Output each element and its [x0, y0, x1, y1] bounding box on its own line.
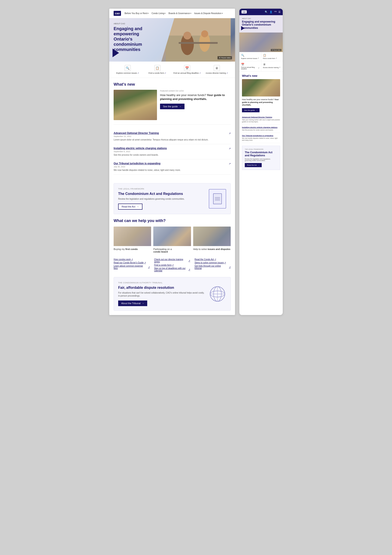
svg-rect-6	[179, 42, 218, 44]
pause-video-button[interactable]: ⏸ Pause video	[218, 56, 232, 59]
arrow-icon: ↗	[138, 72, 139, 74]
arrow-icon: ↗	[189, 260, 190, 262]
quick-link-explore[interactable]: 🔍 Explore common issues ↗	[114, 65, 142, 74]
arrow-icon: ↗	[172, 264, 174, 266]
arrow-icon: →	[179, 105, 181, 108]
mobile-news-title: Our Tribunal jurisdiction is expanding	[242, 135, 280, 137]
help-link-director-training[interactable]: Check out our director training series ↗	[154, 258, 190, 263]
mobile-view: cao 🔍 👤 FR ☰ ABOUT CAO Engaging and empo…	[239, 9, 283, 315]
tribunal-button[interactable]: About the Tribunal →	[118, 300, 147, 306]
see-guide-button[interactable]: See the guide →	[160, 104, 184, 109]
help-section: What can we help you with? Buying my fir…	[109, 219, 235, 277]
arrow-icon: ↗	[276, 58, 277, 59]
help-link-expense-fees[interactable]: Learn about common expense fees ↗	[114, 265, 150, 270]
tribunal-label: THE CONDOMINIUM AUTHORITY TRIBUNAL	[118, 282, 205, 284]
mobile-logo[interactable]: cao	[241, 10, 247, 14]
legal-framework-card: THE LEGAL FRAMEWORK The Condominium Act …	[114, 183, 231, 214]
external-link-icon: ↗	[229, 147, 231, 150]
mobile-search-icon[interactable]: 🔍	[265, 11, 268, 14]
nav-links: Before You Buy or Rent ▾ Condo Living ▾ …	[124, 12, 222, 15]
arrow-icon: ↗	[258, 67, 259, 69]
nav-link-living[interactable]: Condo Living ▾	[152, 12, 166, 15]
mobile-quick-link-deadline[interactable]: 📅 Find an annual filing deadline ↗	[239, 61, 261, 71]
news-item-ev[interactable]: Installing electric vehicle charging sta…	[114, 144, 231, 159]
mobile-news-director[interactable]: Advanced Optional Director Training Take…	[242, 115, 280, 125]
news-item-director[interactable]: Advanced Optional Director Training Sept…	[114, 129, 231, 144]
mobile-language-toggle[interactable]: FR	[274, 11, 277, 14]
external-link-icon: ↗	[229, 162, 231, 165]
chevron-icon: ▾	[165, 12, 166, 14]
help-link-common-issues[interactable]: Steps to solve common issues ↗	[195, 262, 231, 264]
board-image	[153, 226, 191, 246]
mobile-menu-icon[interactable]: ☰	[278, 11, 281, 14]
mobile-quick-link-training[interactable]: 🖥 Access director training ↗	[261, 61, 283, 71]
help-link-condo-act[interactable]: Read the Condo Act ↗	[195, 258, 231, 261]
board-text: Participating on a condo board	[153, 246, 191, 255]
nav-link-issues[interactable]: Issues & Dispute Resolution ▾	[194, 12, 223, 15]
help-link-condo-form[interactable]: Find a condo form ↗	[154, 264, 190, 266]
arrow-icon: ↗	[144, 262, 146, 264]
chevron-icon: ▾	[148, 12, 149, 14]
mobile-whats-new-title: What's new	[242, 74, 280, 77]
globe-icon	[209, 285, 226, 303]
pause-icon: ⏸	[272, 49, 273, 51]
help-link-tribunal[interactable]: Get help through our online tribunal ↗	[195, 265, 231, 270]
arrow-icon: ↗	[258, 58, 259, 59]
quick-link-training[interactable]: 🖥 Access director training ↗	[203, 65, 231, 74]
mobile-read-act-button[interactable]: Read the Act →	[245, 163, 262, 167]
mobile-quick-link-explore[interactable]: 🔍 Explore common issues ↗	[239, 52, 261, 61]
arrow-icon: →	[137, 205, 139, 208]
mobile-hero-title: Engaging and empowering Ontario's condom…	[242, 20, 280, 29]
mobile-legal-desc: Review the legislation and regulations g…	[245, 158, 277, 161]
read-act-button[interactable]: Read the Act →	[118, 204, 142, 210]
pause-icon: ⏸	[219, 57, 220, 59]
nav-link-boards[interactable]: Boards & Governance ▾	[168, 12, 191, 15]
quick-link-form[interactable]: 📋 Find a condo form ↗	[143, 65, 171, 74]
mobile-pause-button[interactable]: ⏸ Pause video	[271, 49, 281, 51]
help-link-buyers-guide[interactable]: Read our Condo Buyer's Guide ↗	[114, 262, 150, 264]
mobile-legal-title: The Condominium Act and Regulations	[245, 151, 277, 157]
mobile-news-desc: See the process for condo owners and boa…	[242, 129, 280, 131]
arrow-icon: ↗	[165, 72, 166, 74]
news-date: July 30, 2022	[114, 166, 231, 168]
logo-text: cao	[115, 12, 120, 15]
quick-link-deadline[interactable]: 📅 Find an annual filing deadline ↗	[173, 65, 201, 74]
monitor-icon: 🖥	[263, 63, 281, 66]
help-card-disputes: Help to solve issues and disputes	[193, 226, 231, 255]
news-title: Our Tribunal jurisdiction is expanding	[114, 162, 231, 165]
mobile-news-tribunal[interactable]: Our Tribunal jurisdiction is expanding W…	[242, 133, 280, 143]
help-links-col-1: How condos work ↗ Read our Condo Buyer's…	[114, 258, 150, 273]
arrow-icon: ↗	[189, 268, 190, 271]
featured-image	[114, 90, 157, 120]
help-link-condos-work[interactable]: How condos work ↗	[114, 258, 150, 261]
mobile-legal-card: THE LEGAL FRAMEWORK The Condominium Act …	[242, 146, 280, 170]
mobile-see-guide-button[interactable]: See the guide →	[242, 108, 260, 112]
nav-link-buy[interactable]: Before You Buy or Rent ▾	[124, 12, 149, 15]
help-link-calendar[interactable]: Stay on top of deadlines with our calend…	[154, 267, 190, 272]
mobile-user-icon[interactable]: 👤	[269, 11, 273, 14]
calendar-icon: 📅	[241, 63, 259, 66]
chevron-icon: ▾	[222, 12, 223, 14]
help-links-col-2: Check out our director training series ↗…	[154, 258, 190, 273]
desktop-logo[interactable]: cao	[114, 11, 121, 16]
arrow-icon: →	[256, 109, 257, 111]
arrow-icon: ↗	[279, 66, 280, 68]
mobile-quick-link-form[interactable]: 📋 Find a condo form ↗	[261, 52, 283, 61]
mobile-hero-image: ⏸ Pause video	[239, 33, 283, 52]
mobile-news-ev[interactable]: Installing electric vehicle charging sta…	[242, 125, 280, 133]
svg-point-3	[183, 32, 191, 39]
featured-image-placeholder	[114, 90, 157, 120]
desktop-nav: cao Before You Buy or Rent ▾ Condo Livin…	[109, 9, 235, 18]
monitor-icon: 🖥	[214, 65, 220, 71]
condo-text: Buying my first condo	[114, 246, 151, 252]
arrow-icon: ↗	[229, 266, 231, 268]
mobile-news-desc: Take your training further with new in-d…	[242, 119, 280, 123]
mobile-about-label: ABOUT CAO	[242, 18, 280, 19]
news-desc: We now handle disputes related to noise,…	[114, 169, 231, 172]
help-title: What can we help you with?	[114, 219, 231, 223]
hero-image-svg	[166, 18, 231, 62]
chevron-icon: ▾	[190, 12, 191, 14]
mobile-triangle-decoration	[241, 26, 245, 30]
news-item-tribunal[interactable]: Our Tribunal jurisdiction is expanding J…	[114, 159, 231, 175]
featured-label: Featured content Oct 12/22	[160, 90, 231, 92]
